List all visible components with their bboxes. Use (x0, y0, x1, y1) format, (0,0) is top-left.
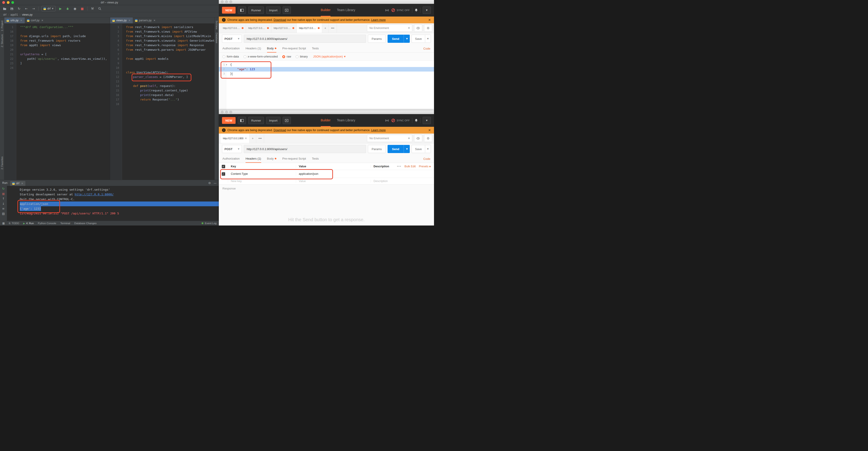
fold-marker-icon[interactable]: ▾ (226, 63, 229, 67)
new-tab-button[interactable]: + (250, 134, 256, 143)
close-window-button[interactable] (221, 0, 223, 3)
capture-requests-icon[interactable] (385, 8, 389, 12)
capture-requests-icon[interactable] (385, 119, 389, 123)
new-tab-button[interactable]: + (322, 23, 329, 33)
code-editor-views[interactable]: 1from rest_framework import serializers2… (110, 24, 215, 180)
download-link[interactable]: Download (274, 129, 286, 132)
body-mode-urlencoded[interactable]: x-www-form-urlencoded (244, 55, 278, 58)
tab-pre-request-script[interactable]: Pre-request Script (282, 44, 306, 53)
request-tab-active[interactable]: http://127.0.0.1:800✕ (221, 134, 250, 143)
new-value-placeholder[interactable]: Value (296, 180, 371, 183)
learn-more-link[interactable]: Learn more (371, 18, 385, 22)
console-link[interactable]: http://127.0.0.1:8000/ (75, 193, 114, 196)
soft-wrap-icon[interactable]: ≡ (2, 207, 5, 210)
close-banner-icon[interactable]: ✕ (428, 18, 431, 22)
rerun-icon[interactable]: ↻ (2, 187, 5, 190)
settings-gear-icon[interactable]: ⚙ (208, 181, 211, 185)
search-icon[interactable] (97, 6, 102, 11)
minimize-panel-icon[interactable]: — (214, 181, 217, 185)
new-description-placeholder[interactable]: Description (371, 180, 434, 183)
tab-body[interactable]: Body (267, 155, 277, 163)
new-key-placeholder[interactable]: New key (228, 180, 296, 183)
header-row-new[interactable]: New key Value Description (219, 178, 434, 185)
send-button[interactable]: Send (388, 35, 404, 43)
save-options-caret[interactable]: ▼ (425, 35, 431, 43)
account-menu-button[interactable]: ▼ (423, 6, 431, 14)
tool-button-database[interactable]: Database (215, 33, 218, 43)
tab-urls-py[interactable]: urls.py ✕ (4, 18, 25, 23)
send-options-caret[interactable]: ▼ (404, 145, 410, 153)
close-icon[interactable]: ✕ (41, 19, 43, 22)
run-icon[interactable]: ▶ (58, 6, 63, 11)
close-tab-icon[interactable]: ✕ (245, 137, 247, 140)
run-tab-drf[interactable]: drf ✕ (10, 181, 25, 186)
more-options-icon[interactable]: ••• (397, 165, 401, 168)
tab-builder[interactable]: Builder (321, 4, 331, 17)
environment-select[interactable]: No Environment▼ (367, 25, 412, 32)
request-tab-active[interactable]: http://127.0.0.1:8 (297, 23, 322, 33)
body-type-select[interactable]: JSON (application/json)▼ (313, 55, 345, 58)
scroll-up-icon[interactable]: ↑ (2, 197, 5, 200)
sync-status[interactable]: SYNC OFF (391, 119, 410, 123)
request-tab[interactable]: http://127.0.0.1:8 (221, 23, 246, 33)
body-mode-binary[interactable]: binary (296, 55, 308, 58)
debug-icon[interactable] (65, 6, 70, 11)
new-button[interactable]: NEW (222, 117, 236, 124)
save-options-caret[interactable]: ▼ (425, 145, 431, 153)
close-window-button[interactable] (221, 111, 223, 114)
status-python-console[interactable]: Python Console (38, 222, 56, 225)
import-button[interactable]: Import (266, 117, 280, 124)
code-editor-urls[interactable]: 1"""drf URL Configuration..."""1617from … (4, 24, 110, 180)
close-icon[interactable]: ✕ (21, 182, 23, 185)
minimize-window-button[interactable] (225, 0, 228, 3)
body-mode-raw[interactable]: raw (282, 55, 291, 58)
window-controls[interactable] (2, 1, 14, 4)
tab-parsers-py[interactable]: parsers.py ✕ (133, 18, 158, 23)
environment-preview-eye-icon[interactable] (414, 25, 422, 32)
breadcrumb-item[interactable]: views.py (22, 13, 32, 16)
tool-windows-icon[interactable]: ▦ (2, 222, 5, 225)
body-raw-editor[interactable]: 1▾{2 "age": 1233} (219, 60, 434, 110)
open-icon[interactable] (2, 6, 7, 11)
breadcrumb-item[interactable]: drf (3, 13, 6, 16)
close-icon[interactable]: ✕ (153, 19, 155, 22)
save-button[interactable]: Save (411, 145, 425, 153)
tab-tests[interactable]: Tests (312, 44, 319, 53)
status-event-log[interactable]: Event Log (202, 222, 217, 225)
new-window-icon[interactable] (283, 6, 291, 14)
tab-authorization[interactable]: Authorization (222, 44, 240, 53)
save-all-icon[interactable] (9, 6, 14, 11)
close-window-button[interactable] (2, 1, 5, 4)
run-config-select[interactable]: drf ▼ (41, 6, 56, 11)
send-button[interactable]: Send (388, 145, 404, 153)
run-console-output[interactable]: Django version 3.2.6, using settings 'dr… (7, 186, 219, 221)
notifications-bell-icon[interactable] (414, 8, 418, 12)
generate-code-link[interactable]: Code (423, 157, 430, 161)
status-terminal[interactable]: Terminal (60, 222, 70, 225)
bulk-edit-link[interactable]: Bulk Edit (405, 165, 416, 168)
zoom-window-button[interactable] (229, 111, 232, 114)
stop-icon[interactable]: ■ (80, 6, 85, 11)
import-button[interactable]: Import (266, 6, 280, 14)
tab-team-library[interactable]: Team Library (337, 4, 355, 17)
tool-button-favorites[interactable]: 2: Favorites (1, 156, 3, 169)
coverage-icon[interactable]: ◉ (73, 6, 77, 11)
close-icon[interactable]: ✕ (20, 19, 22, 22)
environment-select[interactable]: No Environment▼ (367, 135, 412, 142)
tab-headers[interactable]: Headers (1) (246, 155, 261, 163)
build-tools-icon[interactable]: ⚒ (90, 6, 95, 11)
layout-toggle-button[interactable] (238, 117, 246, 124)
status-todo[interactable]: 6: TODO (9, 222, 19, 225)
tab-team-library[interactable]: Team Library (337, 114, 355, 127)
environment-preview-eye-icon[interactable] (414, 135, 422, 142)
close-banner-icon[interactable]: ✕ (428, 128, 431, 132)
row-checkbox[interactable]: ✓ (222, 172, 225, 176)
body-mode-form-data[interactable]: form-data (222, 55, 239, 58)
tool-button-structure[interactable]: Z: Structure (1, 34, 3, 47)
tab-pre-request-script[interactable]: Pre-request Script (282, 155, 306, 163)
runner-button[interactable]: Runner (248, 6, 264, 14)
url-input[interactable]: http://127.0.0.1:8000/api/users/ (244, 35, 366, 43)
status-run[interactable]: ▶4: Run (23, 222, 34, 225)
zoom-window-button[interactable] (11, 1, 14, 4)
minimize-window-button[interactable] (225, 111, 228, 114)
